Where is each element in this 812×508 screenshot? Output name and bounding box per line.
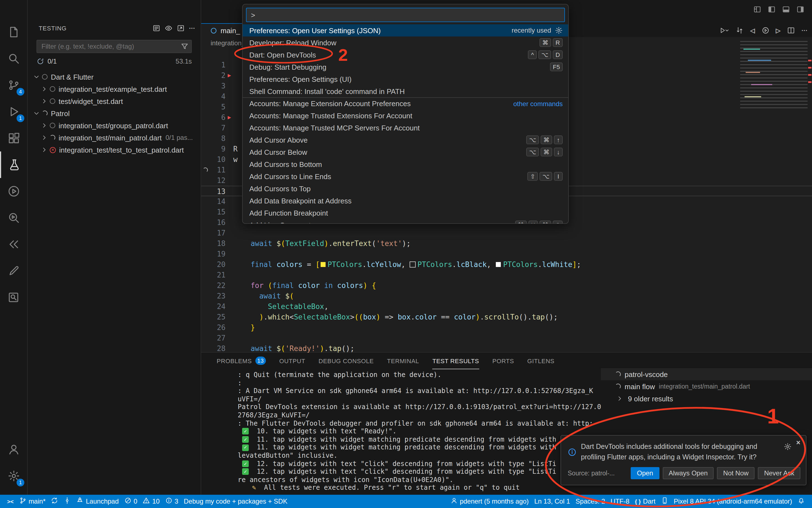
line-number[interactable]: 10 (209, 154, 225, 165)
test-output-icon[interactable] (153, 24, 160, 32)
activity-explorer-icon[interactable] (0, 19, 27, 45)
chevron-right-icon[interactable] (40, 122, 49, 129)
command-item-accounts-manage-extension-account-preferences[interactable]: Accounts: Manage Extension Account Prefe… (243, 97, 568, 110)
code-line[interactable]: 27 (201, 333, 812, 343)
run-all-tests-icon[interactable] (761, 26, 769, 34)
activity-account-icon[interactable] (0, 436, 27, 463)
status-errors[interactable]: 0 (122, 495, 140, 508)
line-number[interactable]: 27 (209, 333, 225, 343)
command-input[interactable] (246, 8, 565, 22)
line-number[interactable]: 9 (209, 144, 225, 154)
command-item-add-line-comment[interactable]: Add Line Comment⌘K⌘C (243, 219, 568, 224)
code-line[interactable]: 25 ).which<SelectableBox>((box) => box.c… (201, 312, 812, 322)
line-number[interactable]: 4 (209, 91, 225, 102)
panel-tab-terminal[interactable]: TERMINAL (387, 353, 419, 369)
toggle-panel-icon[interactable] (782, 5, 790, 13)
split-editor-icon[interactable] (787, 26, 795, 34)
status-remote[interactable]: >< (4, 495, 16, 508)
command-item-add-cursors-to-line-ends[interactable]: Add Cursors to Line Ends⇧⌥I (243, 170, 568, 182)
open-as-editor-icon[interactable] (177, 24, 185, 32)
line-number[interactable]: 19 (209, 249, 225, 259)
command-item-add-data-breakpoint-at-address[interactable]: Add Data Breakpoint at Address (243, 195, 568, 207)
panel-tab-debug-console[interactable]: DEBUG CONSOLE (319, 353, 374, 369)
activity-extensions-icon[interactable] (0, 125, 27, 152)
status-sync[interactable] (48, 495, 61, 508)
panel-tab-gitlens[interactable]: GITLENS (527, 353, 554, 369)
code-line[interactable]: 17 (201, 228, 812, 238)
activity-search-icon[interactable] (0, 45, 27, 72)
command-item-debug-start-debugging[interactable]: Debug: Start DebuggingF5 (243, 61, 568, 73)
command-item-add-cursors-to-bottom[interactable]: Add Cursors to Bottom (243, 158, 568, 170)
configure-keybinding-icon[interactable] (555, 27, 563, 34)
command-item-add-cursors-to-top[interactable]: Add Cursors to Top (243, 182, 568, 195)
command-item-accounts-manage-trusted-extensions-for-account[interactable]: Accounts: Manage Trusted Extensions For … (243, 110, 568, 122)
chevron-right-icon[interactable] (40, 146, 49, 153)
command-item-dart-open-devtools[interactable]: Dart: Open DevTools^⌥D (243, 49, 568, 61)
notification-button-never-ask[interactable]: Never Ask (758, 467, 800, 479)
code-line[interactable]: 24 SelectableBox, (201, 301, 812, 312)
status-indentation[interactable]: Spaces: 2 (573, 495, 608, 508)
line-number[interactable]: 11 (209, 165, 225, 175)
line-number[interactable]: 1 (209, 60, 225, 70)
status-branch[interactable]: main* (16, 495, 48, 508)
line-number[interactable]: 8 (209, 133, 225, 144)
line-number[interactable]: 22 (209, 280, 225, 291)
chevron-right-icon[interactable] (40, 134, 49, 141)
customize-layout-icon[interactable] (754, 5, 761, 13)
line-number[interactable]: 25 (209, 312, 225, 322)
code-line[interactable]: 23 await $( (201, 291, 812, 301)
status-device[interactable] (658, 495, 671, 508)
line-number[interactable]: 23 (209, 291, 225, 301)
test-tree-item[interactable]: test/widget_test.dart (28, 95, 201, 107)
status-notifications-bell[interactable] (795, 495, 808, 508)
activity-code-search-icon[interactable] (0, 284, 27, 311)
notification-button-open[interactable]: Open (631, 467, 659, 479)
line-number[interactable]: 26 (209, 322, 225, 333)
chevron-down-icon[interactable] (32, 110, 41, 117)
failed-run-icon[interactable]: ▶ (225, 70, 233, 81)
test-tree-item[interactable]: integration_test/example_test.dart (28, 83, 201, 95)
code-line[interactable]: 18 await $(TextField).enterText('text'); (201, 238, 812, 249)
failed-run-icon[interactable]: ▶ (225, 112, 233, 123)
line-number[interactable]: 28 (209, 343, 225, 354)
activity-source-control-icon[interactable]: 4 (0, 72, 27, 98)
command-item-shell-command-install-code-command-in-path[interactable]: Shell Command: Install 'code' command in… (243, 85, 568, 97)
status-debug-mode[interactable]: Debug my code + packages + SDK (181, 495, 290, 508)
code-line[interactable]: 28 await $('Ready!').tap(); (201, 343, 812, 354)
code-line[interactable]: 26 } (201, 322, 812, 333)
test-tree-item[interactable]: Dart & Flutter (28, 71, 201, 83)
code-line[interactable]: 19 (201, 249, 812, 259)
line-number[interactable]: 15 (209, 207, 225, 217)
line-number[interactable]: 16 (209, 217, 225, 228)
line-number[interactable]: 7 (209, 123, 225, 133)
command-item-accounts-manage-trusted-mcp-servers-for-account[interactable]: Accounts: Manage Trusted MCP Servers For… (243, 122, 568, 134)
activity-devtools-icon[interactable] (0, 205, 27, 231)
test-tree-item[interactable]: integration_test/groups_patrol.dart (28, 119, 201, 132)
line-number[interactable]: 17 (209, 228, 225, 238)
chevron-down-icon[interactable] (32, 74, 41, 80)
minimap[interactable] (740, 41, 808, 110)
test-filter-input[interactable] (37, 40, 192, 53)
line-number[interactable]: 2 (209, 70, 225, 81)
code-line[interactable]: 22 for (final color in colors) { (201, 280, 812, 291)
command-item-preferences-open-user-settings-json[interactable]: Preferences: Open User Settings (JSON)re… (243, 24, 568, 37)
result-item[interactable]: main flowintegration_test/main_patrol.da… (601, 380, 812, 392)
compare-changes-icon[interactable] (736, 26, 743, 34)
line-number[interactable]: 5 (209, 102, 225, 112)
status-launchpad[interactable]: Launchpad (74, 495, 122, 508)
toggle-sidebar-icon[interactable] (768, 5, 775, 13)
status-graph[interactable] (61, 495, 74, 508)
line-number[interactable]: 6 (209, 112, 225, 123)
panel-tab-ports[interactable]: PORTS (492, 353, 514, 369)
line-number[interactable]: 14 (209, 196, 225, 207)
eye-icon[interactable] (165, 24, 172, 32)
chevron-right-icon[interactable] (40, 98, 49, 104)
activity-run-debug-icon[interactable]: 1 (0, 98, 27, 125)
notification-button-not-now[interactable]: Not Now (717, 467, 755, 479)
test-tree-item[interactable]: Patrol (28, 107, 201, 119)
status-language-mode[interactable]: { }Dart (632, 495, 658, 508)
status-cursor-position[interactable]: Ln 13, Col 1 (531, 495, 573, 508)
status-encoding[interactable]: UTF-8 (608, 495, 632, 508)
status-infos[interactable]: 3 (163, 495, 181, 508)
chevron-right-icon[interactable] (40, 86, 49, 92)
